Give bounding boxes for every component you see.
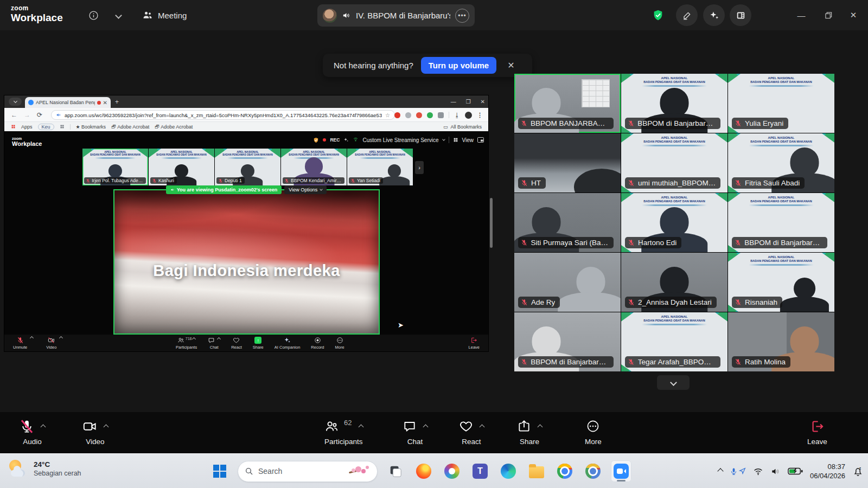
- tab-close-icon[interactable]: ✕: [103, 100, 107, 106]
- wifi-icon[interactable]: [753, 467, 763, 476]
- all-bookmarks[interactable]: ▭ All Bookmarks: [443, 124, 482, 130]
- video-tile[interactable]: BBPOM BANJARBARU ...: [514, 74, 621, 133]
- strip-tile[interactable]: APEL NASIONALBADAN PENGAWAS OBAT DAN MAK…: [215, 149, 280, 185]
- video-tile[interactable]: Siti Purmaya Sari (Banj...: [514, 193, 621, 252]
- inner-more-button[interactable]: More: [335, 337, 344, 350]
- browser-close-icon[interactable]: ✕: [481, 99, 485, 105]
- video-tile[interactable]: Ratih Molina: [728, 312, 834, 371]
- extensions-puzzle-icon[interactable]: [438, 112, 444, 118]
- inner-chat-button[interactable]: Chat: [208, 337, 220, 350]
- taskbar-search-box[interactable]: Search: [238, 461, 378, 482]
- chat-button[interactable]: Chat: [403, 418, 427, 446]
- inner-unmute-button[interactable]: Unmute: [13, 337, 33, 350]
- taskbar-app-file-explorer[interactable]: [526, 460, 547, 482]
- back-icon[interactable]: ←: [11, 111, 17, 119]
- share-options-chevron[interactable]: [538, 425, 543, 430]
- toast-close-icon[interactable]: ✕: [507, 60, 514, 70]
- battery-charging-icon[interactable]: [788, 467, 803, 476]
- reload-icon[interactable]: ⟳: [37, 111, 42, 119]
- extension-globe-icon[interactable]: [405, 112, 411, 118]
- video-tile[interactable]: APEL NASIONALBADAN PENGAWAS OBAT DAN MAK…: [621, 74, 727, 133]
- bookmark-apps[interactable]: Apps: [21, 124, 33, 130]
- bookmark-acrobat-1[interactable]: 🗗 Adobe Acrobat: [111, 124, 149, 130]
- react-options-chevron[interactable]: [480, 425, 485, 430]
- bookmark-bookmarks[interactable]: ★ Bookmarks: [76, 124, 106, 130]
- taskbar-app-firefox[interactable]: [413, 460, 434, 482]
- extension-eye-icon[interactable]: [427, 112, 433, 118]
- bookmark-acrobat-2[interactable]: 🗗 Adobe Acrobat: [155, 124, 193, 130]
- taskbar-app-teams[interactable]: [470, 460, 490, 482]
- inner-react-button[interactable]: React: [231, 337, 242, 350]
- browser-restore-icon[interactable]: ❐: [466, 99, 471, 105]
- video-tile[interactable]: APEL NASIONALBADAN PENGAWAS OBAT DAN MAK…: [728, 193, 834, 252]
- taskbar-app-zoom-active[interactable]: [611, 460, 631, 482]
- inner-leave-button[interactable]: Leave: [469, 337, 480, 350]
- video-tile[interactable]: APEL NASIONALBADAN PENGAWAS OBAT DAN MAK…: [728, 253, 834, 312]
- start-button[interactable]: [209, 460, 230, 482]
- streaming-chevron[interactable]: [442, 138, 445, 141]
- volume-icon[interactable]: [770, 467, 781, 476]
- tray-hidden-icons-chevron[interactable]: [717, 468, 723, 474]
- grid-icon[interactable]: [60, 124, 65, 129]
- audio-button[interactable]: Audio: [20, 418, 45, 446]
- bookmark-keu[interactable]: Keu: [38, 124, 54, 130]
- browser-tab-search-chevron[interactable]: [9, 98, 22, 106]
- inner-video-button[interactable]: Video: [46, 337, 62, 350]
- forward-icon[interactable]: →: [24, 111, 30, 119]
- close-button[interactable]: ✕: [841, 0, 866, 30]
- notifications-dnd-bell-icon[interactable]: z: [852, 466, 864, 477]
- restore-button[interactable]: [816, 0, 841, 30]
- taskbar-app-chrome-2[interactable]: [583, 460, 603, 482]
- pip-icon[interactable]: [477, 137, 484, 143]
- view-button[interactable]: View: [462, 137, 474, 143]
- share-button[interactable]: Share: [517, 418, 542, 446]
- task-view-button[interactable]: [385, 460, 406, 482]
- new-tab-button[interactable]: +: [115, 98, 119, 106]
- annotate-button[interactable]: [676, 4, 698, 26]
- inner-record-button[interactable]: Record: [311, 337, 324, 350]
- profile-avatar[interactable]: [465, 112, 472, 119]
- taskbar-app-chrome[interactable]: [554, 460, 575, 482]
- view-options-button[interactable]: View Options: [284, 185, 327, 194]
- video-tile[interactable]: APEL NASIONALBADAN PENGAWAS OBAT DAN MAK…: [621, 312, 727, 371]
- inner-share-button[interactable]: ↑ Share: [253, 337, 264, 350]
- video-options-chevron[interactable]: [59, 336, 63, 340]
- extension-pin-icon[interactable]: [416, 112, 422, 118]
- strip-next-page-button[interactable]: ›: [415, 161, 424, 174]
- extension-icon[interactable]: [394, 112, 400, 118]
- taskbar-app-edge[interactable]: [498, 460, 519, 482]
- inner-participants-button[interactable]: 718 Participants: [176, 337, 197, 350]
- minimize-button[interactable]: —: [789, 0, 814, 30]
- tab-shared-screen[interactable]: IV. BBPOM di Banjarbaru's sc •••: [317, 4, 475, 27]
- video-tile[interactable]: APEL NASIONALBADAN PENGAWAS OBAT DAN MAK…: [728, 133, 834, 192]
- download-icon[interactable]: ⭳: [454, 112, 460, 118]
- streaming-service-label[interactable]: Custom Live Streaming Service: [362, 137, 438, 143]
- stage-scrollbar[interactable]: [490, 198, 493, 248]
- tab-meeting[interactable]: Meeting: [142, 0, 187, 30]
- bookmark-star-icon[interactable]: ☆: [385, 112, 390, 118]
- video-button[interactable]: Video: [82, 418, 108, 446]
- video-tile[interactable]: HT: [514, 133, 621, 192]
- more-button[interactable]: More: [585, 418, 602, 446]
- inner-ai-companion-button[interactable]: AI Companion: [275, 337, 301, 350]
- video-tile[interactable]: APEL NASIONALBADAN PENGAWAS OBAT DAN MAK…: [728, 74, 834, 133]
- browser-tab[interactable]: APEL Nasional Badan Peng... ✕: [25, 97, 111, 108]
- audio-options-chevron[interactable]: [30, 336, 34, 340]
- browser-minimize-icon[interactable]: —: [451, 99, 456, 105]
- leave-button[interactable]: Leave: [807, 418, 827, 446]
- strip-tile[interactable]: APEL NASIONALBADAN PENGAWAS OBAT DAN MAK…: [281, 149, 347, 185]
- video-options-chevron[interactable]: [104, 425, 109, 430]
- strip-tile[interactable]: APEL NASIONALBADAN PENGAWAS OBAT DAN MAK…: [347, 149, 413, 185]
- audio-options-chevron[interactable]: [41, 425, 46, 430]
- chat-options-chevron[interactable]: [423, 425, 429, 430]
- turn-up-volume-button[interactable]: Turn up volume: [421, 57, 496, 74]
- taskbar-clock[interactable]: 08:37 06/04/2026: [810, 462, 845, 480]
- video-tile[interactable]: Ade Ry: [514, 253, 621, 312]
- participants-button[interactable]: 62 Participants: [324, 418, 363, 446]
- browser-menu-icon[interactable]: ⋮: [477, 112, 483, 119]
- react-button[interactable]: React: [459, 418, 484, 446]
- workspace-dropdown-chevron[interactable]: [108, 0, 128, 30]
- grid-scroll-down-button[interactable]: [657, 375, 690, 390]
- security-shield-icon[interactable]: [650, 0, 666, 30]
- video-tile[interactable]: BBPOM di Banjarbaru_...: [514, 312, 621, 371]
